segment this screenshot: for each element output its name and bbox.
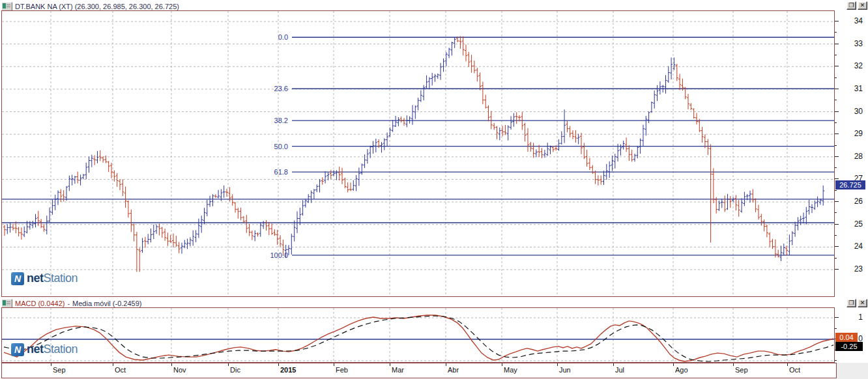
fib-level-label: 61.8	[274, 168, 288, 176]
logo-station-text: Station	[44, 272, 78, 285]
price-plot-area[interactable]: 0.023.638.250.061.8100.0 N netStation	[1, 10, 835, 297]
axis-tick	[835, 167, 837, 168]
month-label: Sep	[735, 366, 748, 374]
y-axis-label: 28	[838, 152, 863, 161]
axis-tick	[835, 32, 837, 33]
last-price-badge: 26.725	[835, 180, 865, 190]
netstation-logo-icon: N	[11, 272, 24, 285]
restore-icon[interactable]: ❐	[846, 1, 856, 10]
macd-chart[interactable]	[2, 308, 834, 362]
y-axis-label: 30	[838, 107, 863, 116]
month-tick	[113, 363, 113, 366]
month-label: Dic	[230, 366, 240, 374]
month-tick	[390, 363, 390, 366]
logo-station-text: Station	[44, 343, 78, 356]
ohlc-bars-down	[3, 36, 788, 272]
month-tick	[334, 363, 334, 366]
price-panel-titlebar: DT.BANK NA (XT) (26.300, 26.985, 26.300,…	[1, 1, 834, 11]
netstation-logo: N netStation	[11, 272, 78, 285]
axis-tick	[835, 328, 837, 329]
price-chart[interactable]: 0.023.638.250.061.8100.0	[2, 11, 834, 296]
fib-level-label: 23.6	[274, 85, 288, 92]
close-icon[interactable]: ✕	[858, 299, 867, 307]
month-label: Mar	[392, 366, 404, 374]
axis-tick	[835, 77, 837, 78]
macd-title-separator: -	[67, 300, 70, 307]
month-tick	[733, 363, 734, 366]
macd-line	[4, 315, 833, 361]
close-icon[interactable]: ✕	[858, 1, 867, 10]
month-tick	[278, 363, 279, 366]
price-panel-title: DT.BANK NA (XT) (26.300, 26.985, 26.300,…	[15, 3, 179, 10]
y-axis-label: 33	[838, 39, 863, 48]
month-label: Feb	[336, 366, 348, 374]
month-label: Oct	[115, 366, 126, 374]
restore-icon[interactable]: ❐	[846, 299, 856, 307]
y-axis-label: 23	[838, 264, 863, 274]
netstation-logo: N netStation	[11, 343, 78, 356]
month-tick	[673, 363, 674, 366]
netstation-window: DT.BANK NA (XT) (26.300, 26.985, 26.300,…	[0, 0, 868, 379]
macd-plot-area[interactable]: N netStation	[1, 307, 835, 363]
axis-tick	[835, 212, 837, 213]
month-label: 2015	[280, 366, 296, 374]
month-tick	[502, 363, 502, 366]
month-tick	[171, 363, 172, 366]
axis-tick	[835, 360, 837, 361]
month-tick	[557, 363, 558, 366]
logo-net-text: net	[27, 343, 44, 356]
axis-tick	[835, 235, 837, 236]
month-tick	[787, 363, 788, 366]
media-value-badge: -0.25	[835, 342, 863, 351]
macd-value-badge: 0.04	[835, 333, 858, 342]
month-tick	[51, 363, 51, 366]
y-axis-label: 34	[838, 16, 863, 25]
axis-tick	[835, 55, 837, 55]
y-axis-label: 24	[838, 242, 863, 251]
macd-title: MACD (0.0442)	[15, 300, 65, 307]
fib-level-label: 100.0	[270, 251, 288, 259]
logo-net-text: net	[27, 272, 44, 285]
y-axis-label: 32	[838, 61, 863, 70]
date-axis-corner	[837, 363, 868, 379]
chart-icon	[1, 2, 12, 11]
month-label: Oct	[789, 366, 800, 374]
axis-tick	[835, 190, 837, 191]
month-tick	[228, 363, 229, 366]
month-label: Nov	[173, 366, 186, 374]
date-axis: SepOctNovDic2015FebMarAbrMayJunJulAgoSep…	[1, 363, 837, 378]
fib-level-label: 50.0	[274, 143, 288, 150]
month-tick	[446, 363, 446, 366]
y-axis-label: 1	[838, 313, 863, 322]
fib-level-label: 0.0	[278, 33, 288, 41]
axis-tick	[835, 122, 837, 123]
macd-panel-titlebar: MACD (0.0442) - Media móvil (-0.2459)	[1, 298, 834, 308]
month-tick	[613, 363, 614, 366]
month-label: Jul	[615, 366, 624, 374]
netstation-logo-icon: N	[11, 343, 24, 356]
y-axis-label: 25	[838, 219, 863, 229]
ohlc-bars-up	[6, 37, 824, 261]
axis-tick	[835, 258, 837, 259]
y-axis-label: 26	[838, 197, 863, 206]
y-axis-label: 29	[838, 129, 863, 138]
month-label: Abr	[448, 366, 459, 374]
month-label: May	[504, 366, 517, 374]
axis-tick	[835, 145, 837, 146]
month-label: Ago	[675, 366, 688, 374]
y-axis-label: 31	[838, 84, 863, 93]
month-label: Jun	[559, 366, 571, 374]
chart-icon	[1, 299, 12, 308]
fib-level-label: 38.2	[274, 117, 288, 124]
media-movil-title: Media móvil (-0.2459)	[72, 300, 141, 307]
axis-tick	[835, 100, 837, 100]
month-label: Sep	[53, 366, 66, 374]
